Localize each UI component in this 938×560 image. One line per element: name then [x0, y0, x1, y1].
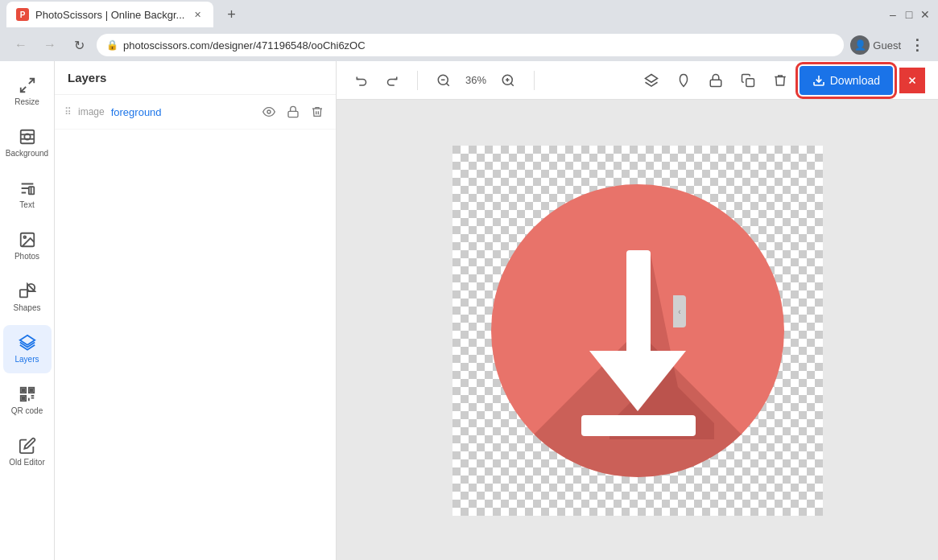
sidebar-item-label-oldeditor: Old Editor: [9, 458, 44, 467]
left-sidebar: Resize Background Text: [0, 61, 55, 560]
download-label: Download: [830, 74, 880, 87]
tab-title: PhotoScissors | Online Backgr...: [35, 9, 184, 21]
delete-toolbar-button[interactable]: [767, 68, 793, 93]
zoom-out-button[interactable]: [431, 68, 457, 93]
lock-toolbar-button[interactable]: [703, 68, 729, 93]
svg-rect-8: [19, 290, 27, 297]
sidebar-item-shapes[interactable]: Shapes: [3, 274, 52, 322]
sidebar-item-label-qrcode: QR code: [11, 406, 43, 416]
svg-line-25: [446, 83, 448, 85]
canvas-area: [337, 100, 938, 560]
layers-icon: [19, 334, 36, 352]
duplicate-toolbar-button[interactable]: [735, 68, 761, 93]
svg-rect-41: [626, 250, 651, 363]
layer-lock-icon[interactable]: [284, 103, 302, 121]
svg-rect-16: [30, 389, 32, 392]
sidebar-item-resize[interactable]: Resize: [3, 68, 52, 116]
app-container: Resize Background Text: [0, 61, 938, 560]
refresh-button[interactable]: ↻: [68, 34, 90, 56]
more-options-button[interactable]: ⋮: [906, 34, 928, 56]
sidebar-item-oldeditor[interactable]: Old Editor: [3, 428, 52, 476]
layer-visibility-icon[interactable]: [260, 103, 278, 121]
svg-line-28: [510, 83, 513, 85]
shapes-icon: [19, 282, 36, 300]
canvas-image-svg: [485, 178, 791, 484]
sidebar-item-label-background: Background: [6, 149, 48, 159]
address-bar-row: ← → ↻ 🔒 photoscissors.com/designer/47119…: [0, 29, 938, 61]
redo-button[interactable]: [378, 68, 404, 93]
sidebar-item-photos[interactable]: Photos: [3, 222, 52, 270]
window-minimize-icon[interactable]: –: [886, 8, 899, 21]
toolbar-divider-2: [534, 71, 535, 90]
main-area: ‹ 36%: [337, 61, 938, 560]
profile-label: Guest: [873, 39, 901, 51]
sidebar-item-label-layers: Layers: [14, 355, 39, 364]
zoom-in-button[interactable]: [495, 68, 521, 93]
svg-rect-0: [20, 130, 34, 144]
svg-point-7: [23, 236, 26, 238]
browser-actions: 👤 Guest ⋮: [850, 34, 928, 56]
sidebar-item-qrcode[interactable]: QR code: [3, 377, 52, 425]
tab-favicon: P: [16, 8, 29, 21]
toolbar-history-group: [349, 68, 404, 93]
tab-close-icon[interactable]: ✕: [191, 8, 204, 21]
toolbar-divider-1: [417, 71, 418, 90]
layers-panel-header: Layers: [55, 61, 336, 95]
layers-panel-title: Layers: [68, 71, 106, 84]
layer-actions: [260, 103, 326, 121]
window-controls: – □ ✕: [886, 8, 932, 21]
svg-marker-31: [645, 74, 657, 82]
profile-icon: 👤: [850, 35, 870, 55]
profile-button[interactable]: 👤 Guest: [850, 35, 901, 55]
sidebar-item-label-shapes: Shapes: [14, 303, 41, 313]
window-maximize-icon[interactable]: □: [903, 8, 915, 21]
svg-rect-43: [581, 415, 696, 436]
download-button[interactable]: Download: [800, 66, 893, 95]
svg-rect-32: [710, 80, 721, 86]
background-toolbar-button[interactable]: [671, 68, 696, 93]
layer-name-label: foreground: [111, 106, 254, 118]
layer-type-label: image: [78, 106, 105, 117]
active-tab[interactable]: P PhotoScissors | Online Backgr... ✕: [6, 2, 213, 27]
undo-button[interactable]: [349, 68, 375, 93]
sidebar-item-layers[interactable]: Layers: [3, 325, 52, 373]
canvas-checkered: [452, 146, 823, 516]
resize-icon: [19, 76, 36, 94]
address-bar[interactable]: 🔒 photoscissors.com/designer/471196548/o…: [97, 34, 844, 56]
sidebar-item-label-photos: Photos: [14, 252, 39, 261]
new-tab-button[interactable]: +: [220, 3, 242, 26]
tab-bar: P PhotoScissors | Online Backgr... ✕ +: [6, 2, 242, 27]
address-text: photoscissors.com/designer/471196548/ooC…: [123, 39, 834, 51]
close-panel-button[interactable]: [899, 68, 925, 93]
layer-item-foreground[interactable]: ⠿ image foreground: [55, 95, 336, 130]
canvas-container[interactable]: [452, 146, 823, 516]
window-close-icon[interactable]: ✕: [919, 8, 932, 21]
sidebar-item-label-resize: Resize: [14, 97, 39, 107]
svg-rect-33: [746, 78, 754, 86]
zoom-percent-display: 36%: [460, 74, 492, 86]
qrcode-icon: [19, 385, 36, 403]
toolbar-zoom-group: 36%: [431, 68, 521, 93]
photos-icon: [19, 231, 36, 249]
toolbar-right-group: Download: [638, 66, 925, 95]
svg-rect-15: [22, 389, 24, 392]
svg-point-22: [267, 110, 271, 113]
title-bar: P PhotoScissors | Online Backgr... ✕ + –…: [0, 0, 938, 29]
text-icon: [19, 179, 36, 197]
sidebar-item-label-text: Text: [19, 200, 34, 210]
lock-icon: 🔒: [106, 39, 118, 51]
layers-toolbar-button[interactable]: [638, 68, 664, 93]
layers-panel: Layers ⠿ image foreground: [55, 61, 337, 560]
collapse-panel-handle[interactable]: ‹: [673, 295, 686, 327]
sidebar-item-background[interactable]: Background: [3, 119, 52, 167]
toolbar: 36%: [337, 61, 938, 100]
background-icon: [19, 128, 36, 146]
drag-handle-icon[interactable]: ⠿: [64, 106, 72, 117]
sidebar-item-text[interactable]: Text: [3, 171, 52, 219]
forward-button[interactable]: →: [39, 34, 61, 56]
layer-delete-icon[interactable]: [308, 103, 326, 121]
back-button[interactable]: ←: [10, 34, 32, 56]
svg-rect-23: [288, 111, 298, 117]
svg-rect-17: [22, 397, 24, 400]
oldeditor-icon: [19, 437, 36, 455]
